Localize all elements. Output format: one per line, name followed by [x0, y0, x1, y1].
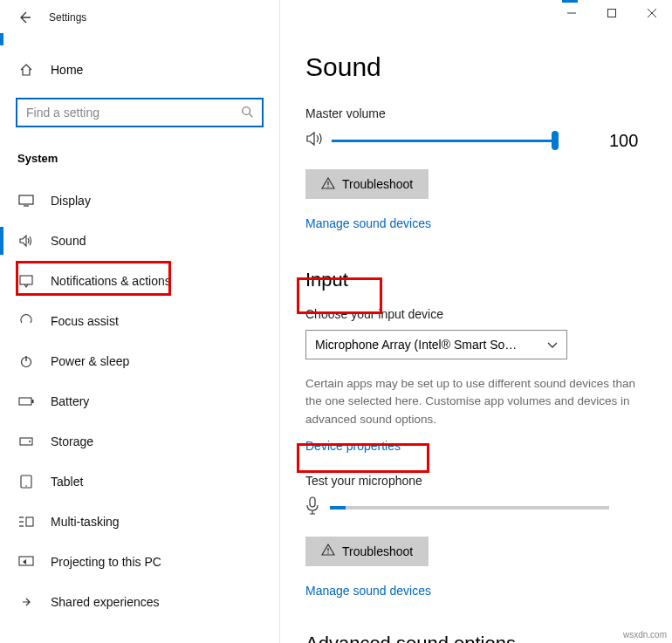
mic-level-fill	[330, 506, 346, 510]
sidebar-item-tablet[interactable]: Tablet	[9, 462, 267, 502]
device-properties-link[interactable]: Device properties	[305, 439, 646, 453]
slider-thumb[interactable]	[552, 131, 559, 150]
svg-rect-20	[26, 517, 33, 526]
troubleshoot-label: Troubleshoot	[342, 544, 413, 558]
maximize-button[interactable]	[592, 0, 632, 26]
battery-icon	[17, 396, 35, 407]
nav-label: Battery	[51, 394, 89, 408]
manage-sound-devices-link-2[interactable]: Manage sound devices	[305, 584, 646, 598]
warning-icon	[321, 177, 335, 192]
input-help-text: Certain apps may be set up to use differ…	[305, 375, 646, 428]
volume-slider[interactable]	[332, 129, 559, 152]
nav-label: Tablet	[51, 475, 83, 489]
sidebar: Home System Display Sound Notifications …	[0, 35, 279, 643]
back-button[interactable]	[7, 0, 42, 35]
focus-assist-icon	[17, 314, 35, 328]
storage-icon	[17, 434, 35, 448]
test-mic-label: Test your microphone	[305, 474, 646, 488]
volume-row: 100	[305, 129, 646, 152]
search-input[interactable]	[26, 106, 218, 120]
sidebar-item-focus-assist[interactable]: Focus assist	[9, 301, 267, 341]
slider-track	[332, 140, 559, 142]
svg-point-4	[243, 106, 250, 114]
home-icon	[17, 63, 35, 77]
watermark: wsxdn.com	[623, 630, 667, 640]
sidebar-item-power-sleep[interactable]: Power & sleep	[9, 341, 267, 381]
sidebar-item-shared-experiences[interactable]: Shared experiences	[9, 582, 267, 622]
troubleshoot-label: Troubleshoot	[342, 177, 413, 191]
search-icon	[241, 106, 253, 120]
nav-label: Power & sleep	[51, 354, 129, 368]
power-icon	[17, 354, 35, 368]
home-label: Home	[51, 63, 83, 77]
group-title: System	[17, 152, 267, 165]
back-arrow-icon	[17, 10, 31, 24]
svg-rect-12	[32, 400, 34, 403]
minimize-icon	[567, 9, 576, 17]
svg-line-5	[250, 113, 253, 117]
input-device-select[interactable]: Microphone Array (Intel® Smart So…	[305, 330, 567, 359]
manage-sound-devices-link[interactable]: Manage sound devices	[305, 216, 646, 230]
minimize-button[interactable]	[552, 0, 592, 26]
nav-label: Storage	[51, 434, 93, 448]
chevron-down-icon	[547, 338, 558, 352]
page-title: Sound	[305, 52, 646, 82]
volume-value: 100	[609, 131, 638, 151]
nav-label: Projecting to this PC	[51, 555, 161, 569]
search-box[interactable]	[16, 98, 264, 127]
sidebar-item-display[interactable]: Display	[9, 181, 267, 221]
svg-rect-11	[19, 398, 31, 405]
mic-level-bar	[330, 506, 609, 510]
nav-label: Sound	[51, 234, 86, 248]
sidebar-item-sound[interactable]: Sound	[9, 221, 267, 261]
svg-rect-1	[608, 10, 616, 17]
speaker-icon	[305, 131, 325, 150]
close-button[interactable]	[632, 0, 672, 26]
nav-label: Shared experiences	[51, 595, 160, 609]
svg-rect-8	[20, 276, 32, 284]
tablet-icon	[17, 475, 35, 489]
nav-label: Multi-tasking	[51, 515, 120, 529]
sidebar-item-battery[interactable]: Battery	[9, 381, 267, 421]
maximize-icon	[607, 9, 616, 17]
nav-label: Focus assist	[51, 314, 119, 328]
home-nav[interactable]: Home	[9, 52, 267, 87]
master-volume-label: Master volume	[305, 106, 646, 120]
troubleshoot-output-button[interactable]: Troubleshoot	[305, 169, 429, 199]
svg-point-23	[327, 186, 329, 188]
selected-device: Microphone Array (Intel® Smart So…	[315, 338, 517, 352]
svg-point-26	[327, 552, 329, 554]
svg-rect-24	[310, 497, 315, 507]
window-controls	[552, 0, 672, 26]
titlebar: Settings	[0, 0, 672, 35]
sidebar-item-multitasking[interactable]: Multi-tasking	[9, 502, 267, 542]
svg-point-16	[25, 485, 27, 487]
microphone-icon	[305, 496, 319, 519]
troubleshoot-input-button[interactable]: Troubleshoot	[305, 537, 429, 566]
svg-point-14	[29, 441, 31, 442]
main-content: Sound Master volume 100 Troubleshoot Man…	[279, 35, 672, 643]
sidebar-item-notifications[interactable]: Notifications & actions	[9, 261, 267, 301]
notifications-icon	[17, 274, 35, 288]
sound-icon	[17, 234, 35, 248]
projecting-icon	[17, 556, 35, 568]
warning-icon	[321, 544, 335, 558]
sidebar-item-projecting[interactable]: Projecting to this PC	[9, 542, 267, 582]
multitasking-icon	[17, 516, 35, 528]
nav-label: Notifications & actions	[51, 274, 171, 288]
shared-icon	[17, 595, 35, 609]
input-heading: Input	[305, 269, 348, 291]
display-icon	[17, 195, 35, 207]
sidebar-item-storage[interactable]: Storage	[9, 421, 267, 462]
left-accent	[0, 33, 3, 45]
mic-test-row	[305, 496, 646, 519]
nav-list: Display Sound Notifications & actions Fo…	[9, 181, 267, 622]
choose-input-label: Choose your input device	[305, 307, 646, 321]
nav-label: Display	[51, 194, 91, 208]
app-title: Settings	[49, 11, 86, 24]
close-icon	[648, 9, 656, 17]
advanced-heading: Advanced sound options	[305, 633, 646, 643]
svg-rect-6	[19, 195, 33, 204]
